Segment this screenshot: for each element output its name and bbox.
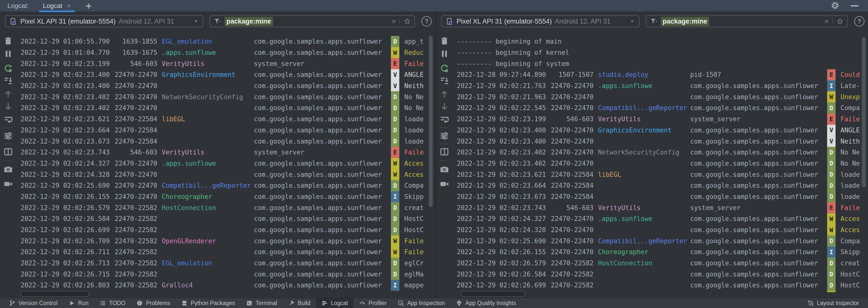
log-row[interactable]: 2022-12-29 02:02:23.40022470-22470com.go… — [17, 80, 435, 91]
log-row[interactable]: 2022-12-29 02:02:23.40222470-22470Networ… — [17, 91, 435, 103]
log-row[interactable]: 2022-12-29 02:02:24.32822470-22470com.go… — [453, 224, 868, 235]
log-row[interactable]: 2022-12-29 02:02:22.54522470-22470Compat… — [453, 103, 868, 114]
log-row[interactable]: 2022-12-29 02:02:26.58422470-22582com.go… — [17, 213, 435, 224]
statusbar-item-run[interactable]: Run — [63, 298, 94, 308]
log-row[interactable]: 2022-12-29 02:02:24.32722470-22470.apps.… — [17, 158, 435, 169]
scroll-to-end-icon[interactable] — [439, 76, 450, 86]
restart-logcat-icon[interactable] — [3, 63, 13, 74]
next-occurrence-icon[interactable] — [439, 101, 450, 112]
log-row[interactable]: --------- beginning of kernel — [453, 47, 868, 58]
next-occurrence-icon[interactable] — [3, 101, 13, 112]
log-row[interactable]: 2022-12-29 02:02:26.80322470-22582Grallo… — [17, 280, 435, 291]
log-row[interactable]: 2022-12-29 01:00:55.7901639-1855EGL_emul… — [17, 36, 435, 47]
log-row[interactable]: 2022-12-29 02:02:26.70922470-22582OpenGL… — [17, 235, 435, 247]
vertical-scrollbar[interactable] — [429, 36, 433, 207]
log-tag — [162, 213, 252, 224]
statusbar-item-problems[interactable]: Problems — [131, 298, 175, 308]
screenshot-icon[interactable] — [3, 164, 13, 174]
statusbar-item-profiler[interactable]: Profiler — [353, 298, 392, 308]
vertical-scrollbar[interactable] — [862, 37, 866, 187]
log-row[interactable]: 2022-12-29 02:02:23.66422470-22584com.go… — [453, 180, 868, 191]
filter-favorite-star-icon[interactable] — [404, 18, 411, 25]
statusbar-item-terminal[interactable]: Terminal — [241, 298, 283, 308]
log-row[interactable]: 2022-12-29 02:02:26.57922470-22582HostCo… — [17, 202, 435, 213]
previous-occurrence-icon[interactable] — [3, 89, 13, 100]
statusbar-item-logcat[interactable]: Logcat — [316, 298, 353, 308]
filter-input[interactable]: package:mine × — [646, 16, 848, 27]
device-selector[interactable]: Pixel XL API 31 (emulator-5554) Android … — [441, 16, 639, 27]
log-row[interactable]: 2022-12-29 02:02:23.40022470-22470Graphi… — [453, 125, 868, 136]
previous-occurrence-icon[interactable] — [439, 89, 450, 100]
log-row[interactable]: 2022-12-29 02:02:23.62122470-22584libEGL… — [17, 114, 435, 125]
log-row[interactable]: 2022-12-29 02:02:24.32722470-22470.apps.… — [453, 213, 868, 224]
statusbar-item-app-inspection[interactable]: App Inspection — [392, 298, 451, 308]
filter-clear-icon[interactable]: × — [824, 17, 829, 25]
log-row[interactable]: 2022-12-29 02:02:26.69922470-22582com.go… — [17, 224, 435, 235]
logcat-settings-icon[interactable] — [439, 131, 450, 141]
log-row[interactable]: 2022-12-29 02:02:21.96322470-22470com.go… — [453, 91, 868, 103]
log-row[interactable]: 2022-12-29 02:02:23.40222470-22470com.go… — [17, 103, 435, 114]
scroll-to-end-icon[interactable] — [3, 76, 13, 86]
minimize-icon[interactable] — [851, 5, 859, 6]
help-icon[interactable]: ? — [422, 16, 432, 27]
log-row[interactable]: 2022-12-29 02:02:25.69022470-22470Compat… — [453, 235, 868, 247]
filter-input[interactable]: package:mine × — [210, 16, 415, 27]
pause-logcat-icon[interactable] — [439, 49, 450, 59]
log-row[interactable]: 2022-12-29 02:02:23.40022470-22470com.go… — [453, 136, 868, 147]
help-icon[interactable]: ? — [854, 16, 865, 27]
log-row[interactable]: 2022-12-29 02:02:23.62122470-22584libEGL… — [453, 169, 868, 180]
log-row[interactable]: 2022-12-29 02:02:21.76322470-22470.apps.… — [453, 80, 868, 91]
log-row[interactable]: 2022-12-29 02:02:23.67322470-22584com.go… — [453, 191, 868, 202]
log-row[interactable]: 2022-12-29 02:02:26.71322470-22582EGL_em… — [17, 258, 435, 269]
logcat-settings-icon[interactable] — [3, 131, 13, 141]
filter-clear-icon[interactable]: × — [392, 17, 396, 25]
log-row[interactable]: 2022-12-29 02:02:23.743546-603VerityUtil… — [17, 147, 435, 158]
log-row[interactable]: 2022-12-29 02:02:26.15522470-22470Choreo… — [17, 191, 435, 202]
soft-wrap-icon[interactable] — [3, 115, 13, 125]
statusbar-item-build[interactable]: Build — [283, 298, 316, 308]
screen-record-icon[interactable] — [439, 179, 450, 189]
tab-close-icon[interactable]: × — [67, 2, 71, 9]
log-row[interactable]: 2022-12-29 02:02:23.40222470-22470Networ… — [453, 147, 868, 158]
log-row[interactable]: 2022-12-29 02:02:23.199546-603VerityUtil… — [453, 114, 868, 125]
log-row[interactable]: 2022-12-29 02:02:26.71122470-22582com.go… — [17, 247, 435, 258]
settings-gear-icon[interactable] — [830, 1, 840, 11]
filter-favorite-star-icon[interactable] — [836, 18, 844, 25]
log-row[interactable]: 2022-12-29 02:02:26.71522470-22582com.go… — [17, 269, 435, 280]
clear-logcat-icon[interactable] — [439, 36, 450, 46]
log-row[interactable]: 2022-12-29 02:02:24.32822470-22470com.go… — [17, 169, 435, 180]
log-row[interactable]: --------- beginning of main — [453, 36, 868, 47]
soft-wrap-icon[interactable] — [439, 115, 450, 125]
statusbar-item-python-packages[interactable]: Python Packages — [176, 298, 241, 308]
log-row[interactable]: 2022-12-29 01:01:04.7701639-1675.apps.su… — [17, 47, 435, 58]
statusbar-item-layout-inspector[interactable]: Layout Inspector — [802, 298, 865, 308]
log-row[interactable]: 2022-12-29 02:02:23.199546-603VerityUtil… — [17, 58, 435, 69]
log-row[interactable]: 2022-12-29 02:02:23.40222470-22470com.go… — [453, 158, 868, 169]
log-row[interactable]: 2022-12-29 02:02:23.66422470-22584com.go… — [17, 125, 435, 136]
device-selector[interactable]: Pixel XL API 31 (emulator-5554) Android … — [5, 16, 203, 27]
log-row[interactable]: 2022-12-28 09:27:44.8901507-1507studio.d… — [453, 69, 868, 80]
clear-logcat-icon[interactable] — [3, 36, 13, 46]
screenshot-icon[interactable] — [439, 164, 450, 174]
log-row[interactable]: 2022-12-29 02:02:26.57922470-22582HostCo… — [453, 258, 868, 269]
horizontal-scrollbar[interactable] — [461, 291, 525, 297]
tab-logcat[interactable]: Logcat × — [40, 0, 73, 12]
split-panels-icon[interactable] — [439, 146, 450, 157]
log-row[interactable]: 2022-12-29 02:02:25.69022470-22470Compat… — [17, 180, 435, 191]
log-row[interactable]: 2022-12-29 02:02:23.67322470-22584com.go… — [17, 136, 435, 147]
log-row[interactable]: --------- beginning of system — [453, 58, 868, 69]
split-panels-icon[interactable] — [3, 146, 13, 157]
statusbar-item-app-quality-insights[interactable]: App Quality Insights — [451, 298, 522, 308]
log-row[interactable]: 2022-12-29 02:02:23.40022470-22470Graphi… — [17, 69, 435, 80]
log-row[interactable]: 2022-12-29 02:02:26.58422470-22582com.go… — [453, 269, 868, 280]
statusbar-item-version-control[interactable]: Version Control — [3, 298, 63, 308]
log-row[interactable]: 2022-12-29 02:02:26.69922470-22582com.go… — [453, 280, 868, 291]
pause-logcat-icon[interactable] — [3, 49, 13, 59]
log-row[interactable]: 2022-12-29 02:02:26.15522470-22470Choreo… — [453, 247, 868, 258]
log-row[interactable]: 2022-12-29 02:02:23.743546-603VerityUtil… — [453, 202, 868, 213]
horizontal-scrollbar[interactable] — [21, 291, 89, 297]
new-tab-button[interactable]: + — [86, 1, 91, 11]
statusbar-item-todo[interactable]: TODO — [94, 298, 131, 308]
restart-logcat-icon[interactable] — [439, 63, 450, 74]
screen-record-icon[interactable] — [3, 179, 13, 189]
